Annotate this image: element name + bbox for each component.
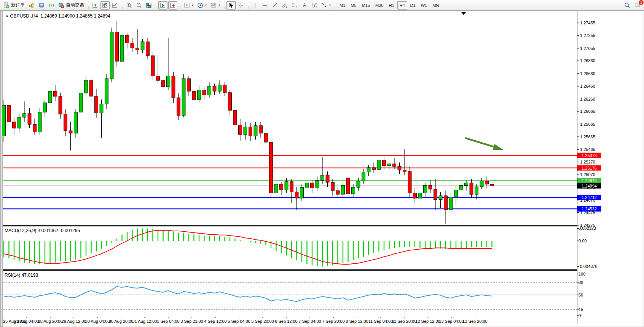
auto-trading-label: 自动交易 bbox=[66, 2, 84, 8]
vertical-line-icon bbox=[252, 2, 258, 8]
svg-text:E: E bbox=[286, 6, 287, 8]
svg-text:1.26460: 1.26460 bbox=[580, 84, 595, 88]
svg-text:T: T bbox=[314, 3, 316, 7]
search-icon bbox=[624, 2, 630, 8]
svg-text:1.25176: 1.25176 bbox=[582, 166, 597, 170]
periods-button[interactable]: ▾ bbox=[196, 1, 208, 10]
chart-shift-marker[interactable] bbox=[461, 12, 466, 15]
timeframe-m30-button[interactable]: M30 bbox=[373, 1, 386, 10]
text-label-button[interactable]: T bbox=[310, 1, 319, 10]
toolbar-separator bbox=[223, 2, 225, 9]
svg-text:12 Sep 12:00: 12 Sep 12:00 bbox=[415, 319, 440, 324]
svg-text:80: 80 bbox=[579, 280, 583, 285]
annotation-arrow[interactable] bbox=[465, 138, 503, 150]
cursor-button[interactable] bbox=[226, 1, 236, 10]
candlestick-icon bbox=[102, 2, 108, 8]
svg-text:0.002123: 0.002123 bbox=[579, 226, 596, 231]
alerts-button[interactable] bbox=[27, 1, 36, 10]
horizontal-line-button[interactable] bbox=[260, 1, 269, 10]
templates-button[interactable]: ▾ bbox=[209, 1, 222, 10]
svg-text:1.27455: 1.27455 bbox=[580, 21, 595, 25]
auto-trading-button[interactable]: 自动交易 bbox=[57, 1, 86, 10]
text-icon: A bbox=[301, 2, 308, 8]
svg-text:100: 100 bbox=[579, 272, 585, 276]
indicators-button[interactable]: ▾ bbox=[182, 1, 195, 10]
search-button[interactable] bbox=[622, 1, 632, 10]
symbol-dropdown-icon[interactable]: ▼ bbox=[5, 14, 9, 18]
dropdown-caret-icon: ▾ bbox=[329, 3, 331, 7]
timeframe-h4-button[interactable]: H4 bbox=[397, 1, 407, 10]
svg-text:11 Sep 04:00: 11 Sep 04:00 bbox=[368, 319, 393, 324]
main-toolbar: 新订单 自动交易 ▾ ▾ bbox=[0, 0, 644, 11]
toolbar-separator bbox=[247, 2, 249, 9]
zoom-out-button[interactable] bbox=[134, 1, 143, 10]
svg-text:F: F bbox=[296, 6, 297, 8]
new-order-icon bbox=[3, 2, 10, 8]
dropdown-caret-icon: ▾ bbox=[192, 3, 193, 7]
terminal-icon bbox=[38, 2, 45, 8]
svg-text:50: 50 bbox=[579, 293, 583, 297]
new-order-button[interactable]: 新订单 bbox=[2, 1, 26, 10]
chart-shift-button[interactable] bbox=[168, 1, 177, 10]
zoom-in-button[interactable] bbox=[124, 1, 134, 10]
chart-title-symbol: GBPUSD-,H4 bbox=[10, 13, 38, 19]
svg-text:28 Aug 04:00: 28 Aug 04:00 bbox=[14, 319, 39, 324]
pane-borders bbox=[0, 11, 644, 327]
macd-indicator-label: MACD(12,26,9) -0.001062 -0.001296 bbox=[5, 228, 80, 233]
time-axis: 25 Aug 202328 Aug 04:0028 Aug 20:0029 Au… bbox=[3, 317, 488, 324]
auto-scroll-icon bbox=[160, 2, 166, 8]
fibonacci-icon: F bbox=[292, 2, 298, 8]
trendline-button[interactable] bbox=[270, 1, 279, 10]
dropdown-caret-icon: ▾ bbox=[218, 3, 220, 7]
tile-windows-button[interactable] bbox=[144, 1, 153, 10]
toolbar-separator bbox=[121, 2, 123, 9]
chart-area[interactable]: 1.274551.272551.270551.268601.266601.264… bbox=[0, 11, 644, 327]
cursor-icon bbox=[228, 2, 234, 8]
svg-text:29 Aug 12:00: 29 Aug 12:00 bbox=[62, 319, 86, 324]
text-label-icon: T bbox=[311, 2, 317, 8]
signal-button[interactable] bbox=[47, 1, 56, 10]
svg-text:8 Sep 12:00: 8 Sep 12:00 bbox=[346, 319, 368, 324]
bar-chart-button[interactable] bbox=[91, 1, 100, 10]
chart-canvas[interactable]: 1.274551.272551.270551.268601.266601.264… bbox=[0, 11, 644, 327]
timeframe-d1-button[interactable]: D1 bbox=[408, 1, 418, 10]
svg-text:30 Aug 04:00: 30 Aug 04:00 bbox=[85, 319, 110, 324]
trading-chart-svg[interactable]: 1.274551.272551.270551.268601.266601.264… bbox=[0, 11, 644, 327]
fibonacci-button[interactable]: F bbox=[290, 1, 299, 10]
crosshair-icon bbox=[238, 2, 244, 8]
timeframe-mn-button[interactable]: MN bbox=[430, 1, 441, 10]
zoom-out-icon bbox=[136, 2, 142, 8]
horizontal-line-icon bbox=[262, 2, 268, 8]
timeframe-h1-button[interactable]: H1 bbox=[386, 1, 396, 10]
svg-text:1.27255: 1.27255 bbox=[580, 33, 595, 38]
svg-text:6 Sep 12:00: 6 Sep 12:00 bbox=[275, 319, 297, 324]
timeframe-m5-button[interactable]: M5 bbox=[348, 1, 359, 10]
timeframe-m1-button[interactable]: M1 bbox=[337, 1, 348, 10]
line-chart-button[interactable] bbox=[110, 1, 120, 10]
line-chart-icon bbox=[112, 2, 118, 8]
text-button[interactable]: A bbox=[300, 1, 309, 10]
horn-icon bbox=[29, 2, 35, 8]
terminal-button[interactable] bbox=[37, 1, 46, 10]
zoom-in-icon bbox=[126, 2, 132, 8]
tile-windows-icon bbox=[146, 2, 152, 8]
signal-icon bbox=[48, 2, 54, 8]
svg-text:1.27055: 1.27055 bbox=[580, 46, 595, 51]
channel-button[interactable]: E bbox=[280, 1, 289, 10]
bar-chart-icon bbox=[92, 2, 98, 8]
notifications-button[interactable]: 1 bbox=[633, 1, 642, 10]
svg-text:1.26860: 1.26860 bbox=[580, 58, 595, 63]
vertical-line-button[interactable] bbox=[250, 1, 260, 10]
candlestick-chart-button[interactable] bbox=[100, 1, 110, 10]
timeframe-m15-button[interactable]: M15 bbox=[360, 1, 372, 10]
svg-text:1.25373: 1.25373 bbox=[582, 153, 597, 158]
timeframe-w1-button[interactable]: W1 bbox=[419, 1, 430, 10]
rsi-pane: 1008050150 bbox=[3, 272, 585, 318]
svg-text:15: 15 bbox=[579, 307, 583, 312]
svg-text:1 Sep 04:00: 1 Sep 04:00 bbox=[157, 319, 179, 324]
crosshair-button[interactable] bbox=[236, 1, 245, 10]
svg-text:4 Sep 12:00: 4 Sep 12:00 bbox=[204, 319, 226, 324]
arrows-button[interactable]: ▾ bbox=[320, 1, 332, 10]
auto-scroll-button[interactable] bbox=[158, 1, 167, 10]
toolbar-separator bbox=[334, 2, 336, 9]
